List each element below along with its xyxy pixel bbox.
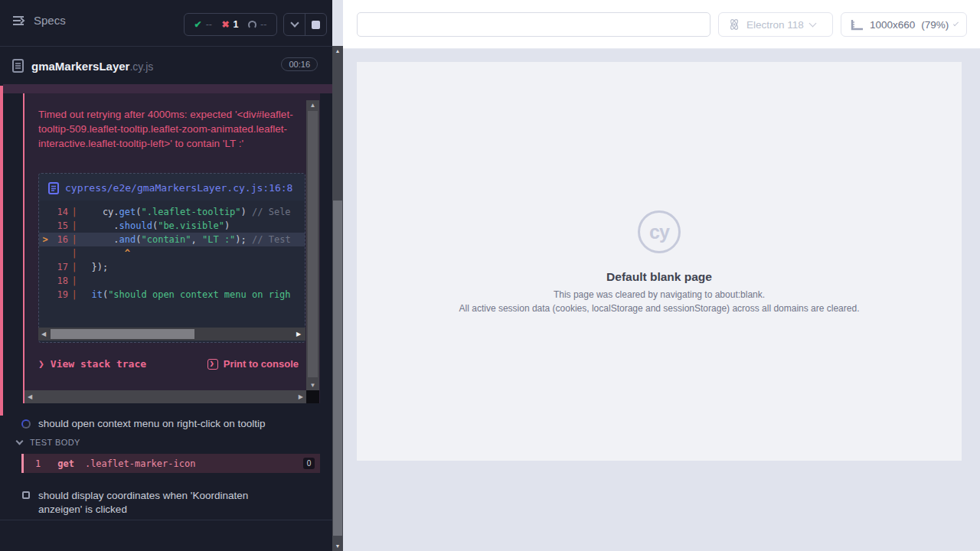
scroll-left-icon[interactable]: ◀ (38, 331, 49, 337)
code-file-icon (48, 182, 59, 195)
code-line: 19| it("should open context menu on righ (39, 288, 305, 302)
code-frame: cypress/e2e/gmaMarkersLayer.cy.js:16:8 1… (38, 173, 305, 343)
stop-icon (312, 21, 320, 29)
code-line: >16| .and("contain", "LT :"); // Test (39, 233, 305, 246)
ruler-icon (851, 18, 864, 31)
stat-passed: ✔ -- (194, 19, 212, 30)
code-frame-file-link[interactable]: cypress/e2e/gmaMarkersLayer.cy.js:16:8 (39, 174, 305, 201)
x-icon: ✖ (222, 19, 230, 30)
scroll-right-icon[interactable]: ▶ (293, 331, 304, 337)
browser-select[interactable]: Electron 118 (718, 12, 833, 37)
spec-name: gmaMarkersLayer.cy.js (31, 60, 153, 73)
command-method: get (57, 458, 74, 469)
test-item-running[interactable]: should open context menu on right-click … (0, 418, 332, 429)
error-horizontal-scrollbar[interactable]: ◀ ▶ (24, 390, 306, 403)
sidebar-scrollbar[interactable]: ▲ ▼ (332, 46, 343, 551)
blank-page-line2: All active session data (cookies, localS… (459, 303, 860, 314)
check-icon: ✔ (194, 19, 202, 30)
chevron-down-icon (290, 18, 299, 27)
code-line: 14| cy.get(".leaflet-tooltip") // Sele (39, 205, 305, 219)
scroll-down-icon[interactable]: ▼ (306, 382, 319, 389)
aut-viewport: cy Default blank page This page was clea… (357, 62, 962, 461)
specs-menu-button[interactable]: Specs (12, 14, 66, 27)
stat-failed: ✖ 1 (222, 19, 239, 30)
cypress-logo: cy (638, 210, 681, 253)
scrollbar-corner (306, 390, 319, 403)
code-line: 15| .should("be.visible") (39, 219, 305, 233)
scroll-up-icon[interactable]: ▲ (306, 102, 319, 109)
viewport-size-select[interactable]: 1000x660 (79%) (841, 12, 967, 37)
code-scrollbar-thumb[interactable] (51, 329, 194, 339)
size-label: 1000x660 (870, 19, 915, 31)
spec-duration-badge: 00:16 (281, 57, 318, 71)
command-log-row[interactable]: 1 get .leaflet-marker-icon 0 (21, 454, 320, 473)
chevron-down-icon (16, 438, 24, 445)
code-frame-filename: cypress/e2e/gmaMarkersLayer.cy.js:16:8 (65, 181, 292, 195)
blank-page-line1: This page was cleared by navigating to a… (554, 289, 765, 300)
code-line: 18| (39, 274, 305, 288)
spec-extension: .cy.js (129, 60, 153, 73)
scroll-up-icon[interactable]: ▲ (332, 48, 343, 54)
stop-button[interactable] (305, 14, 326, 35)
spinner-icon (21, 419, 31, 429)
error-vertical-scrollbar[interactable]: ▲ ▼ (306, 100, 319, 390)
blank-page-title: Default blank page (606, 270, 712, 284)
reporter-header: Specs ✔ -- ✖ 1 -- (0, 0, 332, 47)
console-icon: ❯ (207, 359, 218, 370)
url-input[interactable] (357, 12, 710, 37)
test-stats: ✔ -- ✖ 1 -- (184, 13, 277, 36)
chevron-down-icon (953, 21, 959, 26)
zoom-label: (79%) (921, 19, 949, 31)
command-target: .leaflet-marker-icon (85, 458, 196, 469)
test-item-pending[interactable]: should display coordinates when 'Koordin… (0, 489, 332, 517)
command-number: 1 (35, 458, 41, 469)
error-message: Timed out retrying after 4000ms: expecte… (38, 107, 303, 151)
attempt-header-band (3, 84, 332, 93)
scroll-down-icon[interactable]: ▼ (332, 543, 343, 549)
collapse-button[interactable] (284, 14, 305, 35)
test-body-section-toggle[interactable]: TEST BODY (17, 438, 80, 447)
specs-title: Specs (34, 14, 66, 27)
blank-page-message: cy Default blank page This page was clea… (357, 210, 962, 314)
code-line: 17| }); (39, 260, 305, 274)
runner-topbar: Electron 118 1000x660 (79%) (343, 0, 980, 49)
spec-file-icon (12, 59, 24, 73)
pending-circle-icon (248, 21, 256, 29)
code-line: | ^ (39, 246, 305, 260)
runner-main: Electron 118 1000x660 (79%) cy Default b… (343, 0, 980, 551)
list-divider (0, 520, 332, 520)
failed-test-indicator (0, 86, 3, 416)
scroll-left-icon[interactable]: ◀ (28, 393, 32, 400)
command-count-badge: 0 (303, 458, 315, 469)
error-vscroll-thumb[interactable] (308, 111, 318, 377)
print-to-console-button[interactable]: ❯ Print to console (207, 358, 299, 370)
chevron-down-icon (808, 20, 816, 28)
view-stack-trace-button[interactable]: ❯ View stack trace (38, 358, 146, 370)
scroll-right-icon[interactable]: ▶ (299, 393, 303, 400)
sidebar-scrollbar-thumb[interactable] (333, 201, 342, 536)
spec-file-row[interactable]: gmaMarkersLayer.cy.js 00:16 (0, 47, 332, 84)
electron-icon (728, 18, 740, 31)
stat-pending: -- (248, 19, 266, 30)
error-actions: ❯ View stack trace ❯ Print to console (38, 358, 299, 370)
reporter-sidebar: Specs ✔ -- ✖ 1 -- (0, 0, 332, 551)
code-lines: 14| cy.get(".leaflet-tooltip") // Sele15… (39, 205, 305, 302)
error-panel: Timed out retrying after 4000ms: expecte… (23, 93, 320, 403)
code-horizontal-scrollbar[interactable]: ◀ ▶ (38, 328, 305, 341)
pending-box-icon (22, 491, 30, 499)
chevron-right-icon: ❯ (38, 358, 44, 370)
specs-list-icon (12, 15, 26, 27)
run-controls (283, 13, 327, 36)
